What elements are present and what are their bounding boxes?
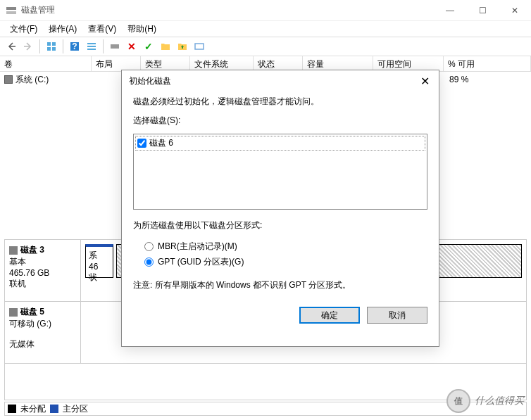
- legend-swatch-primary: [50, 405, 58, 413]
- svg-rect-11: [111, 44, 119, 49]
- disk-icon: [9, 308, 18, 317]
- svg-rect-10: [87, 49, 96, 50]
- folder-icon[interactable]: [157, 38, 174, 55]
- app-icon: [6, 5, 17, 16]
- close-button[interactable]: ✕: [499, 0, 531, 21]
- partition[interactable]: 系46状: [85, 244, 113, 278]
- col-status[interactable]: 状态: [254, 56, 303, 71]
- maximize-button[interactable]: ☐: [466, 0, 499, 21]
- col-free[interactable]: 可用空间: [373, 56, 444, 71]
- menu-file[interactable]: 文件(F): [4, 22, 43, 37]
- mbr-option[interactable]: MBR(主启动记录)(M): [144, 238, 427, 254]
- ok-button[interactable]: 确定: [299, 307, 360, 324]
- partition-style-label: 为所选磁盘使用以下磁盘分区形式:: [133, 219, 427, 231]
- col-layout[interactable]: 布局: [92, 56, 141, 71]
- svg-rect-8: [87, 43, 96, 44]
- gpt-option[interactable]: GPT (GUID 分区表)(G): [144, 254, 427, 269]
- mbr-radio[interactable]: [144, 242, 154, 251]
- minimize-button[interactable]: —: [434, 0, 466, 21]
- card-icon[interactable]: [191, 38, 208, 55]
- watermark-badge: 值: [446, 389, 470, 413]
- col-capacity[interactable]: 容量: [303, 56, 373, 71]
- col-type[interactable]: 类型: [141, 56, 190, 71]
- toolbar: ? ✕ ✓: [0, 37, 531, 56]
- disk5-label: 磁盘 5 可移动 (G:) 无媒体: [5, 302, 81, 363]
- disk6-label: 磁盘 6: [149, 137, 173, 149]
- initialize-disk-dialog: 初始化磁盘 ✕ 磁盘必须经过初始化，逻辑磁盘管理器才能访问。 选择磁盘(S): …: [121, 70, 439, 347]
- disk3-label: 磁盘 3 基本 465.76 GB 联机: [5, 240, 81, 301]
- partition-style-group: MBR(主启动记录)(M) GPT (GUID 分区表)(G): [133, 238, 427, 269]
- legend-unalloc: 未分配: [20, 403, 46, 415]
- forward-button[interactable]: [20, 38, 37, 55]
- menu-action[interactable]: 操作(A): [43, 22, 82, 37]
- tool-grid-icon[interactable]: [43, 38, 60, 55]
- title-bar: 磁盘管理 — ☐ ✕: [0, 0, 531, 21]
- svg-rect-2: [47, 42, 51, 46]
- legend-primary: 主分区: [63, 403, 88, 415]
- legend-swatch-unalloc: [8, 405, 16, 413]
- watermark-text: 什么值得买: [475, 395, 524, 407]
- col-fs[interactable]: 文件系统: [190, 56, 254, 71]
- svg-rect-1: [6, 11, 16, 14]
- svg-rect-4: [47, 47, 51, 51]
- gpt-radio[interactable]: [144, 257, 154, 267]
- folder-up-icon[interactable]: [174, 38, 191, 55]
- delete-icon[interactable]: ✕: [123, 38, 140, 55]
- watermark: 值 什么值得买: [446, 389, 524, 413]
- volume-name: 系统 (C:): [15, 74, 97, 86]
- svg-rect-0: [6, 7, 16, 10]
- help-icon[interactable]: ?: [66, 38, 83, 55]
- menu-help[interactable]: 帮助(H): [122, 22, 162, 37]
- dialog-message: 磁盘必须经过初始化，逻辑磁盘管理器才能访问。: [133, 96, 427, 108]
- tool-list-icon[interactable]: [83, 38, 100, 55]
- dialog-buttons: 确定 取消: [122, 307, 439, 324]
- disk6-checkbox[interactable]: [137, 139, 146, 148]
- svg-rect-9: [87, 46, 96, 47]
- select-disk-label: 选择磁盘(S):: [133, 115, 427, 127]
- col-pct[interactable]: % 可用: [444, 56, 531, 71]
- disk-list-item[interactable]: 磁盘 6: [135, 136, 425, 151]
- gpt-note: 注意: 所有早期版本的 Windows 都不识别 GPT 分区形式。: [133, 279, 427, 291]
- svg-rect-3: [52, 42, 56, 46]
- window-title: 磁盘管理: [21, 4, 434, 16]
- window-controls: — ☐ ✕: [434, 0, 531, 21]
- svg-rect-5: [52, 47, 56, 51]
- disk-icon: [9, 246, 18, 255]
- dialog-titlebar: 初始化磁盘 ✕: [122, 70, 439, 91]
- menu-bar: 文件(F) 操作(A) 查看(V) 帮助(H): [0, 21, 531, 37]
- volume-pct: 89 %: [449, 75, 468, 84]
- menu-view[interactable]: 查看(V): [82, 22, 122, 37]
- dialog-close-button[interactable]: ✕: [411, 70, 439, 91]
- back-button[interactable]: [3, 38, 20, 55]
- disk-icon[interactable]: [106, 38, 123, 55]
- check-icon[interactable]: ✓: [140, 38, 157, 55]
- volume-icon: [4, 75, 13, 84]
- svg-rect-12: [195, 44, 204, 49]
- cancel-button[interactable]: 取消: [367, 307, 427, 324]
- dialog-title: 初始化磁盘: [129, 75, 411, 87]
- col-volume[interactable]: 卷: [0, 56, 92, 71]
- disk-listbox[interactable]: 磁盘 6: [133, 134, 427, 210]
- svg-text:?: ?: [72, 42, 77, 51]
